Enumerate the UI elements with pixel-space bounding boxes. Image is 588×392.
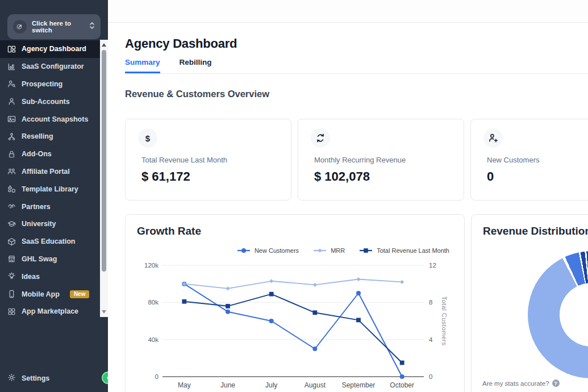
growth-rate-card: Growth Rate New Customers MRR Total Reve… [125, 214, 465, 392]
legend-item-new-customers[interactable]: New Customers [236, 247, 299, 254]
sidebar-item-settings[interactable]: Settings [0, 370, 100, 387]
sidebar-item-label: Agency Dashboard [22, 45, 86, 53]
svg-text:80k: 80k [148, 299, 159, 306]
legend-item-total-revenue-last-month[interactable]: Total Revenue Last Month [358, 247, 449, 254]
sidebar-scrollbar[interactable] [100, 40, 108, 317]
stats-accuracy-link[interactable]: Are my stats accurate? ? [482, 380, 560, 387]
saas-education-icon [7, 237, 16, 246]
svg-text:October: October [390, 381, 414, 389]
legend-label: New Customers [255, 247, 299, 254]
sidebar-item-label: Account Snapshots [22, 115, 88, 123]
stat-card-mrr: Monthly Recurring Revenue $ 102,078 [298, 119, 464, 201]
sidebar-item-affiliate-portal[interactable]: Affiliate Portal [0, 163, 100, 181]
new-badge: New [70, 290, 90, 298]
stat-label: Monthly Recurring Revenue [314, 156, 406, 164]
legend-label: Total Revenue Last Month [377, 247, 449, 254]
saas-configurator-icon [7, 62, 16, 71]
recurring-icon [314, 132, 327, 144]
sidebar-item-label: Affiliate Portal [22, 168, 70, 176]
sidebar-item-label: App Marketplace [22, 307, 78, 315]
account-snapshots-icon [7, 115, 16, 123]
sidebar-menu: Agency DashboardSaaS ConfiguratorProspec… [0, 40, 100, 320]
stat-value: $ 61,172 [141, 169, 190, 184]
section-title: Revenue & Customers Overview [125, 89, 269, 99]
svg-text:June: June [220, 381, 235, 389]
add-ons-icon [7, 150, 16, 159]
svg-text:12: 12 [429, 262, 436, 269]
svg-text:0: 0 [155, 373, 159, 380]
sidebar-item-partners[interactable]: Partners [0, 198, 100, 215]
sidebar-item-agency-dashboard[interactable]: Agency Dashboard [0, 40, 100, 58]
sidebar-item-app-marketplace[interactable]: App Marketplace [0, 303, 100, 320]
sidebar-item-label: Prospecting [22, 80, 62, 88]
app-window: Click here to switch Agency DashboardSaa… [0, 0, 588, 392]
svg-text:4: 4 [429, 336, 433, 343]
sidebar-item-prospecting[interactable]: Prospecting [0, 76, 100, 93]
growth-chart-title: Growth Rate [137, 225, 201, 237]
switcher-icon [13, 20, 27, 34]
affiliate-portal-icon [7, 167, 16, 176]
svg-text:120k: 120k [144, 262, 159, 269]
reselling-icon [7, 132, 16, 141]
legend-marker-icon [312, 248, 327, 253]
sidebar-item-add-ons[interactable]: Add-Ons [0, 145, 100, 163]
prospecting-icon [7, 80, 16, 88]
sidebar-item-label: Add-Ons [22, 150, 52, 158]
sidebar-item-reselling[interactable]: Reselling [0, 128, 100, 145]
stat-value: 0 [487, 169, 494, 184]
account-switcher-button[interactable]: Click here to switch [7, 14, 101, 39]
main-content: Agency Dashboard Summary Rebilling Reven… [108, 0, 588, 392]
growth-chart-svg: 040k80k120k04812MayJuneJulyAugustSeptemb… [126, 255, 465, 392]
sidebar-item-university[interactable]: University [0, 215, 100, 233]
svg-text:8: 8 [429, 299, 432, 306]
sidebar-item-template-library[interactable]: Template Library [0, 180, 100, 198]
ghl-swag-icon [7, 255, 16, 263]
footnote-label: Are my stats accurate? [482, 380, 549, 387]
sidebar-item-mobile-app[interactable]: Mobile AppNew [0, 285, 100, 303]
scroll-down-arrow-icon[interactable] [102, 310, 106, 314]
sidebar-item-saas-education[interactable]: SaaS Education [0, 233, 100, 251]
svg-text:May: May [178, 381, 191, 389]
top-bar [108, 0, 588, 23]
tab-rebilling[interactable]: Rebilling [180, 58, 212, 73]
legend-marker-icon [358, 248, 373, 253]
sidebar-item-label: University [22, 220, 56, 228]
gear-icon [7, 373, 16, 383]
tab-summary[interactable]: Summary [125, 58, 160, 73]
revenue-distribution-card: Revenue Distribution Are my stats accura… [471, 214, 588, 392]
svg-text:40k: 40k [148, 336, 159, 343]
scroll-up-arrow-icon[interactable] [102, 43, 106, 47]
sidebar-item-ideas[interactable]: Ideas [0, 268, 100, 285]
university-icon [7, 220, 16, 228]
distribution-chart-title: Revenue Distribution [483, 225, 588, 237]
stat-label: New Customers [487, 156, 539, 164]
legend-marker-icon [236, 248, 251, 253]
svg-text:July: July [265, 381, 277, 389]
sidebar-item-label: Template Library [22, 185, 78, 193]
stat-card-total-revenue: $ Total Revenue Last Month $ 61,172 [125, 119, 291, 201]
sidebar-item-sub-accounts[interactable]: Sub-Accounts [0, 93, 100, 110]
template-library-icon [7, 185, 16, 193]
user-plus-icon [487, 132, 499, 144]
legend-label: MRR [331, 247, 345, 254]
chevron-up-down-icon [89, 21, 95, 32]
svg-text:September: September [342, 381, 376, 389]
sidebar-item-saas-configurator[interactable]: SaaS Configurator [0, 58, 100, 76]
sidebar-item-ghl-swag[interactable]: GHL Swag [0, 251, 100, 268]
svg-text:0: 0 [429, 373, 432, 380]
stat-cards-row: $ Total Revenue Last Month $ 61,172 Mont… [125, 119, 588, 201]
app-marketplace-icon [7, 307, 16, 316]
agency-dashboard-icon [7, 45, 16, 53]
svg-text:August: August [305, 381, 326, 389]
partners-icon [7, 202, 16, 211]
page-title: Agency Dashboard [125, 36, 237, 51]
scrollbar-thumb[interactable] [102, 50, 106, 272]
sidebar-item-label: Partners [22, 203, 51, 211]
legend-item-mrr[interactable]: MRR [312, 247, 345, 254]
growth-chart-legend: New Customers MRR Total Revenue Last Mon… [236, 247, 449, 254]
mobile-app-icon [7, 290, 16, 298]
sidebar-item-account-snapshots[interactable]: Account Snapshots [0, 110, 100, 128]
ideas-icon [7, 272, 16, 281]
dollar-icon: $ [141, 132, 154, 144]
tab-bar: Summary Rebilling [125, 58, 588, 74]
